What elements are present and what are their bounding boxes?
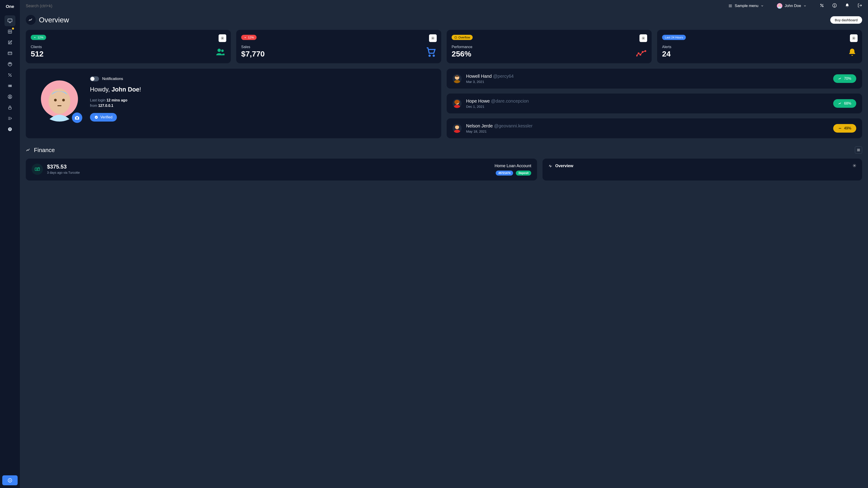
chevron-down-icon [761,4,764,7]
sample-menu-dropdown[interactable]: Sample menu [728,4,764,8]
sidebar-item-security[interactable] [4,102,16,113]
buy-dashboard-button[interactable]: Buy dashboard [830,16,862,24]
svg-point-19 [822,6,823,7]
svg-rect-41 [57,105,61,106]
palette-icon [8,62,12,66]
svg-point-40 [62,99,65,101]
user-menu[interactable]: John Doe [777,3,807,8]
svg-point-16 [778,4,781,6]
finance-overview-card: Overview [542,159,862,181]
sidebar-item-tables[interactable] [4,26,16,37]
sidebar-item-responsive[interactable] [4,70,16,80]
search-input[interactable] [26,4,724,8]
card-settings-button[interactable] [850,34,858,42]
cart-icon [426,47,436,58]
percent-value: 70% [844,76,851,80]
stat-label: Sales [241,45,436,49]
sidebar-item-barcode[interactable] [4,80,16,91]
avatar [453,124,462,133]
trend-pill-down: 12% [241,35,256,40]
svg-point-6 [10,64,11,64]
stat-label: Performance [452,45,647,49]
sidebar-collapse-button[interactable] [2,475,18,485]
verified-button[interactable]: Verified [90,113,117,122]
pill-value: Last 24 Hours [665,36,683,39]
percent-pill: 49% [833,124,856,133]
svg-point-55 [37,168,38,170]
stat-value: 24 [662,50,857,58]
svg-point-14 [8,479,12,482]
person-date: May 18, 2021 [466,129,829,133]
sidebar-item-forms[interactable] [4,37,16,48]
svg-rect-11 [8,107,11,109]
profile-card: Notifications Howdy, John Doe! Last logi… [26,69,441,138]
person-date: Mar 3, 2021 [466,80,829,84]
greeting: Howdy, John Doe! [90,86,434,94]
trend-icon [838,102,842,105]
chart-line-icon [26,148,31,153]
svg-rect-0 [8,19,12,22]
card-settings-button[interactable] [640,34,647,42]
pill-value: 12% [37,36,43,39]
person-name: Howell Hand @percy64 [466,74,829,79]
avatar [453,74,462,83]
sidebar-item-collapse[interactable] [4,113,16,124]
trend-pill-up: 12% [31,35,46,40]
svg-point-21 [834,6,835,7]
finance-title: Finance [34,147,55,154]
svg-point-33 [642,52,643,53]
logout-button[interactable] [858,3,862,8]
logout-icon [858,3,862,8]
percent-pill: 70% [833,74,856,83]
time-pill: Last 24 Hours [662,35,686,40]
login-meta: Last login 12 mins ago from 127.0.0.1 [90,98,434,108]
percent-icon [8,73,12,77]
sidebar-item-profile[interactable] [4,91,16,102]
chevron-up-icon [33,36,36,39]
overview-icon [26,15,36,25]
notifications-toggle[interactable] [90,76,99,81]
overview-panel-settings[interactable] [852,164,856,168]
person-handle: @geovanni.kessler [494,123,532,128]
pill-value: 12% [248,36,254,39]
sidebar-item-help[interactable]: ? [4,124,16,135]
svg-point-30 [636,55,638,56]
stat-card-performance: Overflow Performance 256% [447,30,652,63]
sidebar-item-dashboard[interactable] [4,15,16,26]
sidebar-item-ui[interactable] [4,48,16,59]
svg-point-22 [222,38,223,39]
users-icon [215,47,225,58]
notification-dot [12,28,14,30]
change-avatar-button[interactable] [72,112,82,123]
person-date: Dec 1, 2021 [466,105,829,108]
card-settings-button[interactable] [429,34,437,42]
chevron-down-icon [244,36,247,39]
gear-icon [221,36,224,40]
menu-icon [857,148,860,152]
percent-value: 68% [844,101,851,105]
theme-toggle[interactable] [819,3,824,8]
sidebar-item-styles[interactable] [4,59,16,70]
svg-rect-2 [8,52,12,55]
monitor-icon [7,18,12,23]
pulse-icon [548,164,553,168]
svg-point-39 [54,99,57,101]
notifications-button[interactable] [845,3,849,8]
person-name: Nelson Jerde @geovanni.kessler [466,123,829,129]
stat-value: 512 [31,50,226,58]
gear-icon [431,36,435,40]
help-circle-icon [832,3,837,8]
finance-menu-button[interactable] [855,147,862,154]
percent-pill: 68% [833,99,856,108]
help-button[interactable] [832,3,837,8]
stat-value: $7,770 [241,50,436,58]
card-settings-button[interactable] [219,34,226,42]
svg-point-8 [11,76,11,76]
barcode-icon [8,84,12,88]
gear-icon [852,164,856,167]
svg-point-25 [432,38,433,39]
svg-point-7 [8,74,9,74]
trend-icon [838,127,842,130]
card-icon [8,51,12,56]
list-item: Howell Hand @percy64Mar 3, 2021 70% [447,69,862,89]
